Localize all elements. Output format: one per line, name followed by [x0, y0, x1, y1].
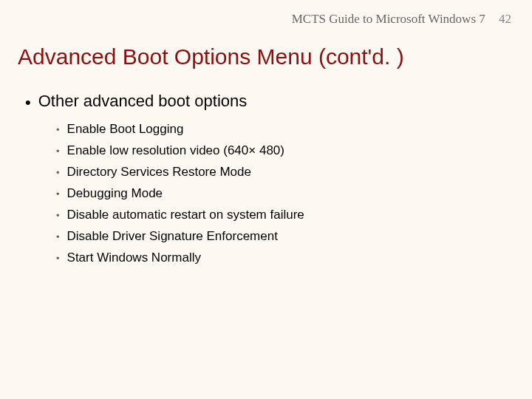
bullet-dot-icon: •	[56, 125, 60, 134]
slide-title: Advanced Boot Options Menu (cont'd. )	[0, 27, 532, 69]
bullet-dot-icon: •	[56, 211, 60, 220]
bullet-dot-icon: •	[56, 253, 60, 263]
bullet-level2-text: Enable low resolution video (640× 480)	[67, 143, 284, 160]
bullet-level2-text: Debugging Mode	[67, 185, 163, 202]
bullet-level2-list: • Enable Boot Logging • Enable low resol…	[25, 118, 507, 267]
page-number: 42	[499, 12, 511, 26]
bullet-level2-item: • Start Windows Normally	[56, 250, 507, 267]
bullet-level2-text: Disable Driver Signature Enforcement	[67, 228, 278, 245]
book-title: MCTS Guide to Microsoft Windows 7	[292, 12, 485, 26]
bullet-dot-icon: •	[56, 189, 60, 199]
bullet-dot-icon: •	[56, 146, 60, 156]
bullet-level2-item: • Enable Boot Logging	[56, 121, 507, 138]
bullet-level2-item: • Disable Driver Signature Enforcement	[56, 228, 507, 245]
bullet-dot-icon: •	[25, 95, 31, 111]
bullet-level1: • Other advanced boot options	[25, 92, 507, 111]
bullet-level2-item: • Directory Services Restore Mode	[56, 164, 507, 181]
bullet-level1-text: Other advanced boot options	[38, 92, 248, 111]
bullet-level2-text: Disable automatic restart on system fail…	[67, 207, 304, 224]
bullet-level2-text: Enable Boot Logging	[67, 121, 184, 138]
bullet-dot-icon: •	[56, 168, 60, 177]
bullet-level2-text: Directory Services Restore Mode	[67, 164, 251, 181]
bullet-level2-item: • Debugging Mode	[56, 185, 507, 202]
bullet-level2-text: Start Windows Normally	[67, 250, 201, 267]
bullet-dot-icon: •	[56, 232, 60, 242]
slide-content: • Other advanced boot options • Enable B…	[0, 69, 532, 267]
slide-header: MCTS Guide to Microsoft Windows 7 42	[0, 0, 532, 27]
bullet-level2-item: • Enable low resolution video (640× 480)	[56, 143, 507, 160]
bullet-level2-item: • Disable automatic restart on system fa…	[56, 207, 507, 224]
